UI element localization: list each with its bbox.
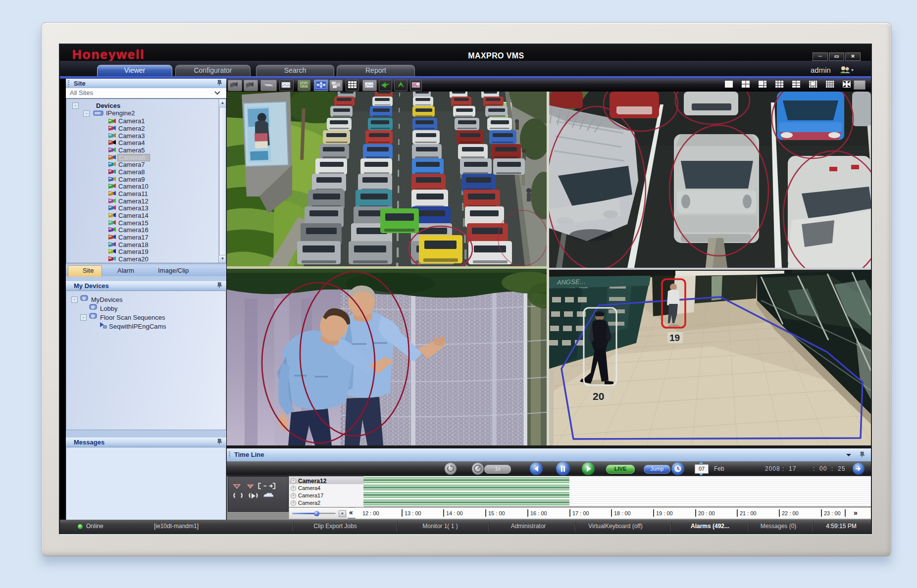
svg-text:20: 20	[593, 391, 604, 402]
svg-text:19: 19	[669, 333, 680, 343]
svg-text:ANGSE…: ANGSE…	[557, 278, 586, 286]
